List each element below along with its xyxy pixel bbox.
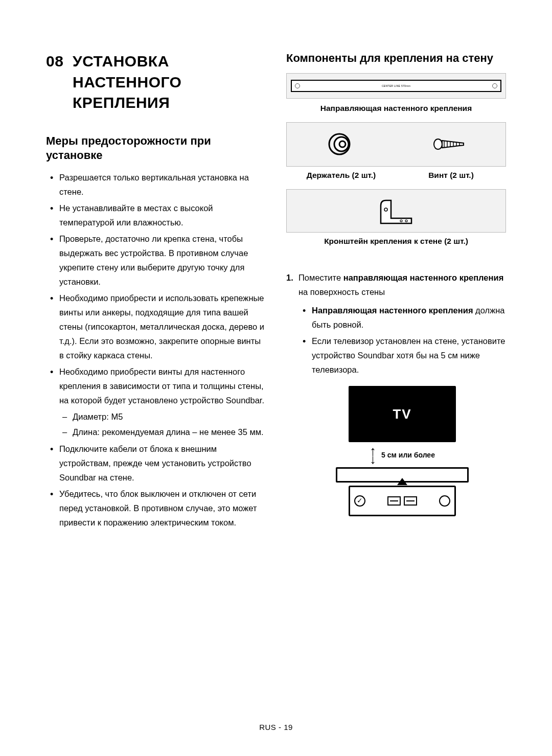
caption-bracket: Кронштейн крепления к стене (2 шт.) (286, 237, 506, 246)
list-item: Направляющая настенного крепления должна… (312, 303, 506, 332)
install-steps: Поместите направляющая настенного крепле… (286, 270, 506, 517)
list-item: Разрешается только вертикальная установк… (59, 170, 266, 199)
tv-label: TV (393, 403, 411, 425)
check-circle-icon: ✓ (354, 495, 365, 507)
slot-icon (404, 496, 417, 506)
hole-icon (295, 83, 300, 88)
caption-guide: Направляющая настенного крепления (286, 104, 506, 113)
arrow-up-down-icon: ↑↓ (370, 447, 376, 463)
list-item: Подключите кабели от блока к внешним уст… (59, 442, 266, 485)
caption-holder: Держатель (2 шт.) (286, 171, 396, 180)
chapter-title-line2: НАСТЕННОГО (73, 74, 181, 90)
left-column: 08 УСТАНОВКА НАСТЕННОГО КРЕПЛЕНИЯ Меры п… (46, 51, 266, 532)
list-item: Если телевизор установлен на стене, уста… (312, 334, 506, 377)
guide-center-label: CENTER LINE 570mm (382, 84, 410, 87)
page-footer: RUS - 19 (0, 723, 552, 731)
figure-guide: CENTER LINE 570mm (286, 73, 506, 99)
svg-point-3 (434, 139, 442, 149)
right-column: Компоненты для крепления на стену CENTER… (286, 51, 506, 532)
list-item: Убедитесь, что блок выключен и отключен … (59, 487, 266, 530)
chapter-title-line3: КРЕПЛЕНИЯ (73, 94, 170, 111)
precautions-list: Разрешается только вертикальная установк… (46, 170, 266, 530)
figure-tv-clearance: TV ↑↓ 5 см или более ✓ (298, 386, 506, 516)
chapter-heading: 08 УСТАНОВКА НАСТЕННОГО КРЕПЛЕНИЯ (46, 51, 266, 113)
list-item: Необходимо приобрести винты для настенно… (59, 364, 266, 439)
chapter-number: 08 (46, 51, 73, 72)
holder-icon (327, 131, 356, 157)
gap-label: 5 см или более (381, 449, 435, 462)
figure-bracket (286, 189, 506, 233)
list-item: Не устанавливайте в местах с высокой тем… (59, 201, 266, 230)
chapter-title-line1: УСТАНОВКА (73, 53, 169, 70)
list-item: Длина: рекомендуемая длина – не менее 35… (73, 425, 266, 439)
tv-icon: TV (349, 386, 456, 442)
list-item: Необходимо приобрести и использовать кре… (59, 291, 266, 362)
components-heading: Компоненты для крепления на стену (286, 51, 506, 66)
list-item: Проверьте, достаточно ли крепка стена, ч… (59, 232, 266, 289)
precautions-heading: Меры предосторожности при установке (46, 134, 266, 163)
caption-screw: Винт (2 шт.) (396, 171, 506, 180)
screw-icon (433, 136, 469, 152)
step-1: Поместите направляющая настенного крепле… (298, 270, 506, 517)
guide-strip-icon: ✓ (349, 486, 456, 516)
hole-icon (492, 83, 497, 88)
slot-icon (387, 496, 401, 506)
list-item: Диаметр: M5 (73, 409, 266, 424)
svg-point-2 (339, 141, 346, 147)
bracket-icon (376, 195, 417, 226)
circle-icon (439, 495, 450, 507)
figure-holder-screw (286, 122, 506, 167)
